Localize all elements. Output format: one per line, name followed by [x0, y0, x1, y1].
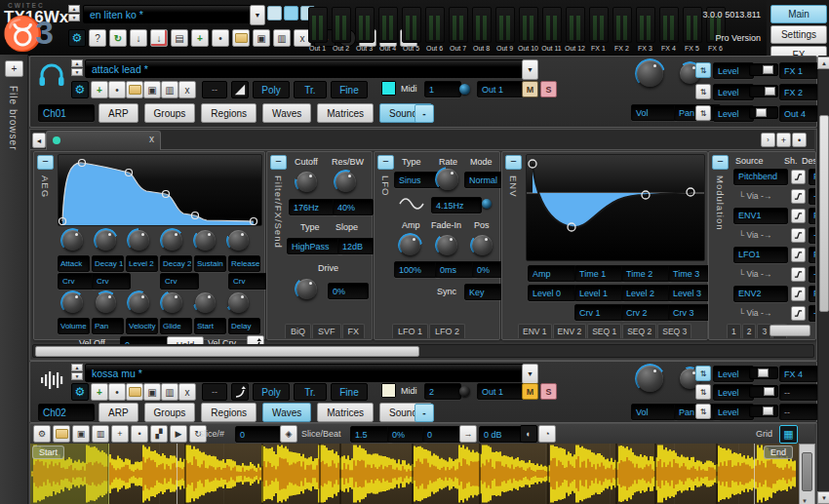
solo-button[interactable]: S: [540, 81, 557, 97]
preset-dropdown-button[interactable]: ▼: [250, 5, 265, 25]
channel-id-field[interactable]: Ch01: [38, 104, 95, 122]
editor-add-button[interactable]: +: [776, 133, 791, 147]
slice-marker[interactable]: [716, 444, 718, 504]
send-level-label[interactable]: Level: [713, 366, 754, 382]
channel-tab[interactable]: Waves: [262, 103, 311, 123]
env-param-field[interactable]: Decay 1: [92, 255, 124, 272]
program-dropdown-button[interactable]: ▼: [522, 364, 538, 384]
performance-name-field[interactable]: en liten ko *: [83, 5, 260, 23]
mod-param-field[interactable]: Start: [194, 318, 226, 334]
filter-tab[interactable]: FX: [342, 324, 366, 338]
playhead-marker[interactable]: [177, 444, 178, 504]
env-param-field[interactable]: Sustain: [194, 255, 226, 272]
drive-knob[interactable]: [295, 277, 319, 301]
mod-shape-icon[interactable]: [791, 248, 806, 262]
send-enable-toggle[interactable]: ⇅: [695, 366, 711, 381]
decay2-knob[interactable]: [160, 228, 184, 252]
slice-apply-icon[interactable]: ◈: [280, 425, 297, 443]
env-time1-field[interactable]: Time 1: [574, 265, 625, 282]
channel-record-icon[interactable]: •: [108, 81, 126, 98]
midi-channel-field[interactable]: 1: [424, 81, 461, 97]
phase-dark-icon[interactable]: ◐: [520, 425, 537, 443]
mod-page-tab[interactable]: 1: [727, 324, 741, 338]
file-browser-expand-button[interactable]: +: [5, 60, 23, 77]
channel-tab[interactable]: Matrices: [317, 103, 374, 123]
mod-source-field[interactable]: ENV1: [733, 208, 788, 224]
aeg-envelope-canvas[interactable]: [58, 154, 262, 226]
transpose-button[interactable]: Tr.: [294, 81, 327, 98]
env-level2-field[interactable]: Level 2: [621, 285, 672, 301]
mod-shape-icon[interactable]: [791, 287, 806, 301]
slice-marker[interactable]: [615, 444, 617, 504]
channel-color-swatch[interactable]: [381, 383, 396, 398]
send-level-slider[interactable]: [749, 63, 778, 76]
send-enable-toggle[interactable]: ⇅: [695, 384, 711, 400]
channel-tab[interactable]: Groups: [144, 103, 196, 123]
crv-field[interactable]: Crv: [228, 273, 267, 290]
spin-down-icon[interactable]: ▼: [68, 14, 80, 21]
send-dest-field[interactable]: FX 4: [779, 366, 818, 382]
env-tab[interactable]: ENV 1: [518, 324, 552, 338]
nav-main-button[interactable]: Main: [770, 5, 827, 23]
mod-hscroll-thumb[interactable]: [770, 325, 810, 336]
gain-field[interactable]: 0 dB: [479, 426, 524, 443]
channel-save-icon[interactable]: ▣: [143, 81, 161, 98]
midi-mini-knob[interactable]: [459, 386, 470, 397]
channel-folder-icon[interactable]: [126, 81, 143, 98]
send-level-label[interactable]: Level: [713, 404, 754, 420]
wave-gear-icon[interactable]: ⚙: [33, 425, 51, 443]
editor-hscrollbar[interactable]: [32, 344, 814, 358]
channel-tab[interactable]: ARP: [99, 403, 138, 422]
fine-button[interactable]: Fine: [331, 383, 368, 401]
start-marker-chip[interactable]: Start: [32, 446, 64, 459]
mod-source-field[interactable]: └ Via -→: [733, 227, 788, 244]
mod-dest-field[interactable]: --: [809, 305, 816, 322]
poly-button[interactable]: Poly: [253, 383, 290, 401]
mod-param-field[interactable]: Delay: [228, 318, 260, 334]
record-icon[interactable]: •: [212, 29, 229, 47]
midi-mini-knob[interactable]: [459, 84, 470, 95]
env-tab[interactable]: ENV 2: [553, 324, 587, 338]
wave-folder-icon[interactable]: [53, 425, 70, 443]
window-button-2[interactable]: [284, 6, 298, 20]
glide-knob[interactable]: [160, 291, 184, 315]
settings-gear-icon[interactable]: ⚙: [68, 29, 86, 47]
channel-delete-icon[interactable]: x: [178, 81, 196, 98]
wave-vscrollbar[interactable]: ▼: [799, 444, 815, 504]
mod-dest-field[interactable]: Filter: [809, 286, 816, 302]
collapse-channel-button[interactable]: -: [414, 404, 434, 422]
env-tab[interactable]: SEQ 3: [657, 324, 691, 338]
lfo-rate-field[interactable]: 4.15Hz: [431, 197, 482, 213]
wave-save-icon[interactable]: ▣: [72, 425, 90, 443]
channel-gear-icon[interactable]: ⚙: [71, 81, 89, 98]
lfo-fadein-knob[interactable]: [435, 233, 459, 257]
channel-add-icon[interactable]: +: [91, 81, 108, 98]
channel-volume-knob[interactable]: [635, 58, 665, 89]
mod-shape-icon[interactable]: [791, 189, 806, 204]
cutoff-field[interactable]: 176Hz: [289, 199, 337, 215]
channel-folder-icon[interactable]: [126, 383, 143, 401]
slice-marker[interactable]: [339, 444, 341, 504]
env-level3-field[interactable]: Level 3: [668, 285, 713, 301]
channel-tab[interactable]: Waves: [262, 403, 311, 422]
mod-dest-field[interactable]: Pitch: [809, 169, 816, 185]
help-icon[interactable]: ?: [89, 29, 106, 47]
amp-curve-icon[interactable]: [231, 81, 249, 98]
attack-knob[interactable]: [60, 228, 85, 252]
editor-record-button[interactable]: •: [792, 133, 807, 147]
midi-channel-field[interactable]: 2: [424, 383, 461, 400]
mod-page-tab[interactable]: 2: [742, 324, 757, 338]
fine-button[interactable]: Fine: [331, 81, 368, 98]
mod-shape-icon[interactable]: [791, 228, 806, 243]
send-enable-toggle[interactable]: ⇅: [695, 84, 711, 99]
drive-field[interactable]: 0%: [328, 283, 369, 299]
send-level-slider[interactable]: [749, 385, 778, 398]
mod-param-field[interactable]: Glide: [160, 318, 192, 334]
channel-tab[interactable]: Matrices: [317, 403, 374, 422]
slice-marker[interactable]: [412, 444, 414, 504]
filter-tab[interactable]: BiQ: [285, 324, 311, 338]
output-select-field[interactable]: Out 1: [477, 383, 524, 400]
crv-field[interactable]: Crv: [160, 273, 199, 290]
mod-shape-icon[interactable]: [791, 306, 806, 321]
env-tab[interactable]: SEQ 1: [587, 324, 621, 338]
